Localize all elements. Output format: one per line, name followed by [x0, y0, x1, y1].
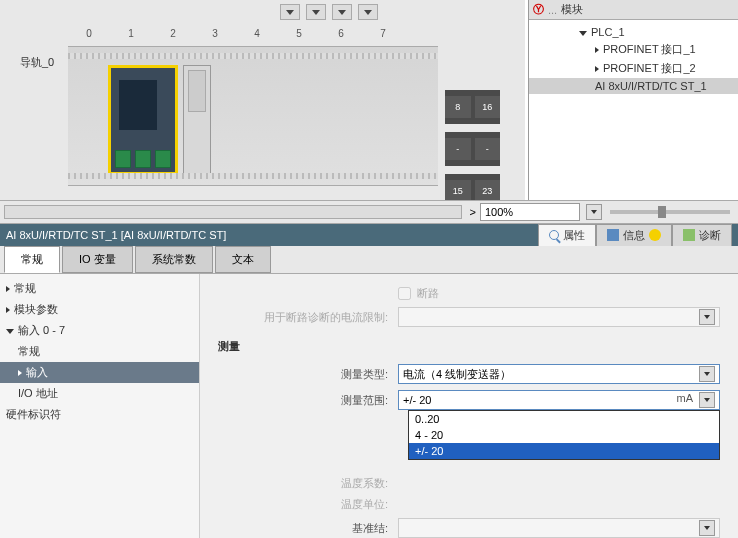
nav-hwid[interactable]: 硬件标识符	[0, 404, 199, 425]
zoom-slider[interactable]	[610, 210, 730, 214]
rack-view[interactable]: 01234567 导轨_0 816 -- 1523	[0, 0, 525, 200]
property-subtabs: 常规 IO 变量 系统常数 文本	[0, 246, 738, 274]
tab-properties[interactable]: 属性	[538, 224, 596, 247]
zoom-bar: >	[0, 200, 738, 224]
wirebreak-checkbox	[398, 287, 411, 300]
toolbar-btn[interactable]	[358, 4, 378, 20]
subtab-text[interactable]: 文本	[215, 246, 271, 273]
tree-profinet2[interactable]: PROFINET 接口_2	[529, 59, 738, 78]
diag-icon	[683, 229, 695, 241]
toolbar-btn[interactable]	[332, 4, 352, 20]
toolbar-btn[interactable]	[280, 4, 300, 20]
rack-toolbar	[280, 4, 378, 20]
wirebreak-limit-label: 用于断路诊断的电流限制:	[218, 310, 398, 325]
tab-info[interactable]: 信息	[596, 224, 672, 247]
info-icon	[607, 229, 619, 241]
chevron-down-icon	[699, 520, 715, 536]
toolbar-btn[interactable]	[306, 4, 326, 20]
nav-inputs[interactable]: 输入	[0, 362, 199, 383]
meas-type-label: 测量类型:	[218, 367, 398, 382]
nav-module-params[interactable]: 模块参数	[0, 299, 199, 320]
wirebreak-label: 断路	[417, 286, 439, 301]
catalog-icon[interactable]: Ⓨ	[533, 2, 544, 17]
plc-module-selected[interactable]	[108, 65, 178, 175]
inspector-title-bar: AI 8xU/I/RTD/TC ST_1 [AI 8xU/I/RTD/TC ST…	[0, 224, 738, 246]
project-toolbar: Ⓨ ... 模块	[529, 0, 738, 20]
tree-header: 模块	[561, 2, 583, 17]
subtab-iovar[interactable]: IO 变量	[62, 246, 133, 273]
nav-inputs-0-7[interactable]: 输入 0 - 7	[0, 320, 199, 341]
meas-range-label: 测量范围:	[218, 393, 398, 408]
dropdown-option[interactable]: 4 - 20	[409, 427, 719, 443]
dropdown-option[interactable]: 0..20	[409, 411, 719, 427]
warn-icon	[649, 229, 661, 241]
project-tree[interactable]: Ⓨ ... 模块 PLC_1 PROFINET 接口_1 PROFINET 接口…	[528, 0, 738, 200]
property-panel: 常规 模块参数 输入 0 - 7 常规 输入 I/O 地址 硬件标识符 断路 用…	[0, 274, 738, 538]
io-module[interactable]	[183, 65, 211, 175]
slot-numbers: 01234567	[68, 28, 404, 39]
meas-range-select[interactable]: +/- 20mA	[398, 390, 720, 410]
inspector-title: AI 8xU/I/RTD/TC ST_1 [AI 8xU/I/RTD/TC ST…	[6, 229, 226, 241]
wirebreak-limit-select	[398, 307, 720, 327]
meas-type-select[interactable]: 电流（4 线制变送器）	[398, 364, 720, 384]
meas-range-dropdown[interactable]: 0..20 4 - 20 +/- 20	[408, 410, 720, 460]
plc-display	[119, 80, 157, 130]
temp-coeff-label: 温度系数:	[218, 476, 398, 491]
chevron-down-icon[interactable]	[699, 366, 715, 382]
subtab-general[interactable]: 常规	[4, 246, 60, 273]
rail-label: 导轨_0	[20, 55, 54, 70]
section-measurement: 测量	[218, 339, 720, 354]
ref-junction-select	[398, 518, 720, 538]
plc-ports	[115, 150, 171, 168]
address-box: 816 -- 1523	[445, 90, 500, 216]
tab-diagnostics[interactable]: 诊断	[672, 224, 732, 247]
tree-plc[interactable]: PLC_1	[529, 24, 738, 40]
ref-junction-label: 基准结:	[218, 521, 398, 536]
nav-general[interactable]: 常规	[0, 278, 199, 299]
dropdown-option-selected[interactable]: +/- 20	[409, 443, 719, 459]
zoom-dropdown-icon[interactable]	[586, 204, 602, 220]
chevron-down-icon[interactable]	[699, 392, 715, 408]
search-icon	[549, 230, 559, 240]
nav-io-address[interactable]: I/O 地址	[0, 383, 199, 404]
chevron-down-icon	[699, 309, 715, 325]
subtab-sysconst[interactable]: 系统常数	[135, 246, 213, 273]
rack-rail[interactable]	[68, 46, 438, 186]
temp-unit-label: 温度单位:	[218, 497, 398, 512]
property-form: 断路 用于断路诊断的电流限制: 测量 测量类型: 电流（4 线制变送器） 测量范…	[200, 274, 738, 538]
nav-in-general[interactable]: 常规	[0, 341, 199, 362]
zoom-input[interactable]	[480, 203, 580, 221]
hscrollbar[interactable]	[4, 205, 462, 219]
property-nav[interactable]: 常规 模块参数 输入 0 - 7 常规 输入 I/O 地址 硬件标识符	[0, 274, 200, 538]
tree-ai-module[interactable]: AI 8xU/I/RTD/TC ST_1	[529, 78, 738, 94]
tree-profinet1[interactable]: PROFINET 接口_1	[529, 40, 738, 59]
